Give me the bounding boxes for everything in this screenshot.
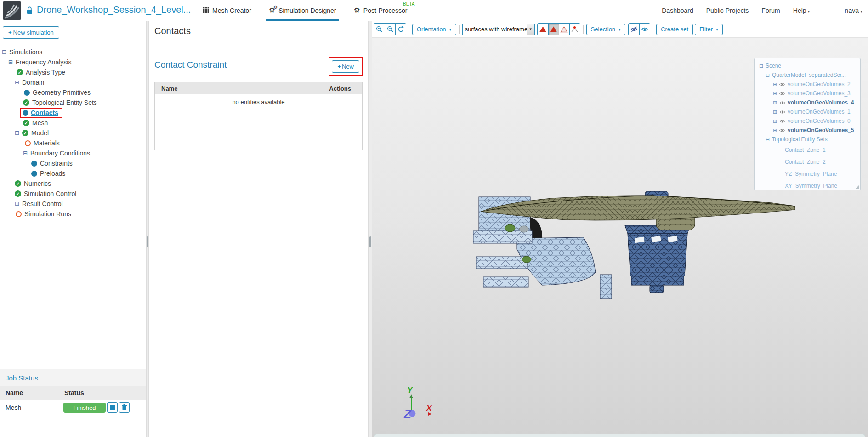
caret-down-icon: ▾: [716, 27, 718, 32]
mesh-quality-shaded-button[interactable]: [548, 24, 559, 35]
nav-forum[interactable]: Forum: [761, 7, 780, 14]
collapse-icon[interactable]: ⊟: [766, 72, 772, 78]
collapse-icon[interactable]: ⊟: [2, 49, 9, 55]
tree-item-model[interactable]: ⊟ Model: [0, 128, 146, 138]
tab-mesh-creator[interactable]: Mesh Creator: [202, 0, 252, 21]
expand-icon[interactable]: ⊞: [773, 118, 779, 124]
scene-node-topological-entity-sets[interactable]: ⊟ Topological Entity Sets: [758, 135, 858, 144]
scene-node-volume-2[interactable]: ⊞ volumeOnGeoVolumes_2: [758, 80, 858, 89]
refresh-view-button[interactable]: [395, 24, 406, 35]
new-simulation-button[interactable]: + New simulation: [3, 26, 59, 39]
expand-icon[interactable]: ⊞: [773, 109, 779, 115]
tree-item-constraints[interactable]: Constraints: [0, 158, 146, 168]
stop-job-button[interactable]: [107, 402, 118, 413]
expand-icon[interactable]: ⊞: [773, 100, 779, 106]
user-menu[interactable]: nava▾: [845, 7, 862, 14]
filter-button[interactable]: Filter▾: [695, 24, 723, 35]
tree-item-simulation-control[interactable]: Simulation Control: [0, 189, 146, 199]
eye-slash-icon: [630, 26, 638, 32]
tab-simulation-designer[interactable]: ⚙⚙ Simulation Designer: [268, 0, 337, 21]
contacts-annotation-box: Contacts: [20, 108, 62, 118]
caret-down-icon: ▾: [860, 9, 862, 14]
scene-node-quartermodel[interactable]: ⊟ QuarterModel_separatedScr...: [758, 70, 858, 80]
expand-icon[interactable]: ⊞: [773, 127, 779, 133]
tree-item-mesh[interactable]: Mesh: [0, 118, 146, 128]
render-mode-select[interactable]: surfaces with wireframe ▼: [462, 24, 535, 35]
collapse-icon[interactable]: ⊟: [766, 137, 772, 143]
select-arrow-icon[interactable]: ▼: [527, 24, 534, 34]
red-triangle-shadow-icon: [550, 26, 557, 33]
tree-item-simulations[interactable]: ⊟ Simulations: [0, 47, 146, 57]
tree-item-simulation-runs[interactable]: Simulation Runs: [0, 209, 146, 219]
show-all-button[interactable]: [639, 24, 650, 35]
collapse-icon[interactable]: ⊟: [8, 59, 16, 65]
scene-node-volume-4[interactable]: ⊞ volumeOnGeoVolumes_4: [758, 98, 858, 107]
new-contact-button[interactable]: + New: [332, 60, 359, 73]
tree-item-topological-entity-sets[interactable]: Topological Entity Sets: [0, 98, 146, 108]
scene-tree-panel: ⊟ Scene ⊟ QuarterModel_separatedScr... ⊞…: [754, 58, 861, 190]
project-title[interactable]: Drone_Workshop_Session_4_Level...: [37, 5, 191, 15]
tree-item-numerics[interactable]: Numerics: [0, 178, 146, 189]
tree-item-boundary-conditions[interactable]: ⊟ Boundary Conditions: [0, 148, 146, 158]
expand-icon[interactable]: ⊞: [773, 81, 779, 87]
create-set-button[interactable]: Create set: [656, 24, 693, 35]
nav-dashboard[interactable]: Dashboard: [662, 7, 693, 14]
mesh-quality-outline-button[interactable]: [559, 24, 569, 35]
caret-down-icon: ▾: [449, 27, 452, 32]
toolbar-separator: [409, 25, 409, 34]
hide-selection-button[interactable]: [629, 24, 639, 35]
scene-node-volume-1[interactable]: ⊞ volumeOnGeoVolumes_1: [758, 107, 858, 116]
scene-node-volume-0[interactable]: ⊞ volumeOnGeoVolumes_0: [758, 116, 858, 126]
check-icon: [23, 120, 29, 126]
collapse-icon[interactable]: ⊟: [23, 150, 30, 156]
tree-item-preloads[interactable]: Preloads: [0, 168, 146, 178]
panel-resize-handle[interactable]: [855, 185, 859, 189]
outline-triangle-icon: [560, 26, 568, 33]
mesh-quality-node-button[interactable]: [569, 24, 580, 35]
tree-item-materials[interactable]: Materials: [0, 138, 146, 148]
orientation-button[interactable]: Orientation▾: [412, 24, 456, 35]
collapse-icon[interactable]: ⊟: [15, 79, 22, 86]
scene-node-contact-zone-1[interactable]: Contact_Zone_1: [758, 144, 858, 156]
eye-icon[interactable]: [779, 110, 785, 114]
collapse-icon[interactable]: ⊟: [759, 63, 766, 69]
tree-item-domain[interactable]: ⊟ Domain: [0, 77, 146, 87]
expand-icon[interactable]: ⊞: [15, 201, 22, 207]
app-logo-icon[interactable]: [3, 1, 21, 22]
3d-canvas[interactable]: ⊟ Scene ⊟ QuarterModel_separatedScr... ⊞…: [372, 38, 868, 437]
eye-icon[interactable]: [779, 82, 785, 86]
expand-icon[interactable]: ⊞: [773, 91, 779, 97]
tree-item-result-control[interactable]: ⊞ Result Control: [0, 199, 146, 209]
tree-item-geometry-primitives[interactable]: Geometry Primitives: [0, 87, 146, 98]
active-tab-underline: [266, 19, 339, 21]
panel-splitter[interactable]: [368, 21, 372, 437]
nav-help-menu[interactable]: Help▾: [793, 7, 810, 14]
drone-mesh-model[interactable]: [473, 190, 800, 307]
eye-icon[interactable]: [779, 119, 785, 123]
eye-icon[interactable]: [779, 128, 785, 132]
horizontal-scrollbar[interactable]: [374, 434, 865, 437]
tree-item-frequency-analysis[interactable]: ⊟ Frequency Analysis: [0, 57, 146, 67]
eye-icon[interactable]: [779, 101, 785, 105]
simulation-tree: ⊟ Simulations ⊟ Frequency Analysis Analy…: [0, 47, 146, 219]
splitter-grip[interactable]: [147, 236, 148, 247]
eye-icon[interactable]: [779, 92, 785, 96]
delete-job-button[interactable]: [119, 402, 130, 413]
scene-node-scene[interactable]: ⊟ Scene: [758, 61, 858, 70]
zoom-in-button[interactable]: [374, 24, 385, 35]
nav-public-projects[interactable]: Public Projects: [706, 7, 749, 14]
splitter-grip[interactable]: [369, 236, 371, 247]
job-status-header-row: Name Status: [0, 386, 146, 400]
selection-button[interactable]: Selection▾: [586, 24, 626, 35]
mesh-quality-solid-button[interactable]: [538, 24, 548, 35]
zoom-out-button[interactable]: [385, 24, 395, 35]
scene-node-contact-zone-2[interactable]: Contact_Zone_2: [758, 156, 858, 168]
scene-node-yz-symmetry-plane[interactable]: YZ_Symmetry_Plane: [758, 168, 858, 180]
tree-item-analysis-type[interactable]: Analysis Type: [0, 67, 146, 77]
scene-node-volume-5[interactable]: ⊞ volumeOnGeoVolumes_5: [758, 126, 858, 135]
collapse-icon[interactable]: ⊟: [15, 130, 22, 136]
stop-icon: [110, 405, 115, 410]
scene-node-volume-3[interactable]: ⊞ volumeOnGeoVolumes_3: [758, 89, 858, 98]
tab-post-processor[interactable]: ⚙ Post-Processor BETA: [352, 0, 408, 21]
tree-item-contacts[interactable]: Contacts: [0, 108, 146, 118]
